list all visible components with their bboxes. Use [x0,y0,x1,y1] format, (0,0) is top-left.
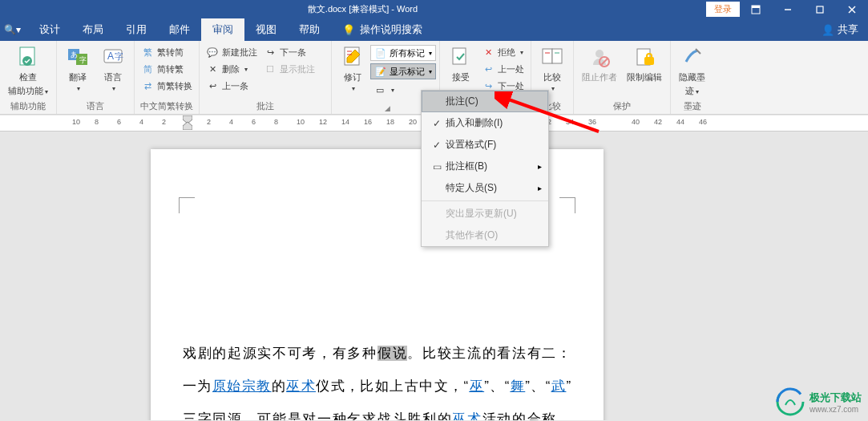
hide-ink-button[interactable]: 隐藏墨 迹▾ [674,43,710,99]
menu-item-comments[interactable]: 批注(C) [422,91,548,112]
group-chinese-conversion: 繁繁转简 简简转繁 ⇄简繁转换 中文简繁转换 [135,41,200,114]
new-comment-icon: 💬 [206,46,219,59]
sc2tc-icon: 繁 [141,46,154,59]
svg-rect-3 [817,6,823,13]
link-wushu1[interactable]: 巫术 [286,378,316,394]
previous-change-button[interactable]: ↩上一处 [478,61,527,77]
delete-comment-button[interactable]: ✕删除▾ [203,61,260,77]
check-icon: ✓ [428,140,446,151]
reject-icon: ✕ [482,46,495,59]
accept-button[interactable]: 接受▾ [443,43,478,94]
check-icon: ✓ [428,118,446,129]
window-title: 散文.docx [兼容模式] - Word [19,3,706,15]
show-markup-icon: 📝 [374,65,387,78]
svg-text:字: 字 [79,56,87,64]
watermark-url: www.xz7.com [809,405,862,414]
group-label-protect: 保护 [577,99,667,114]
svg-text:字: 字 [115,51,123,61]
submenu-arrow-icon: ▸ [538,184,542,192]
balloon-icon: ▭ [428,161,446,172]
paragraph: 戏剧的起源实不可考，有多种假说。比较主流的看法有二：一为原始宗教的巫术仪式，比如… [183,338,571,420]
ribbon-display-options[interactable] [740,0,772,18]
link-wu3[interactable]: 武 [551,378,567,394]
sc-to-tc-button[interactable]: 繁繁转简 [138,44,196,60]
menu-item-formatting[interactable]: ✓设置格式(F) [422,134,548,156]
compare-button[interactable]: 比较▾ [535,43,570,94]
markup-icon: 📄 [374,47,387,59]
svg-text:A: A [107,51,114,62]
quick-access-toolbar: 🔍▾ [0,18,24,41]
next-comment-icon: ↪ [264,46,277,59]
watermark-name: 极光下载站 [809,391,862,405]
tab-help[interactable]: 帮助 [288,18,331,41]
prev-comment-icon: ↩ [206,79,219,92]
menu-item-insertions-deletions[interactable]: ✓插入和删除(I) [422,112,548,134]
group-protect: 阻止作者▾ 限制编辑 保护 [574,41,671,114]
previous-comment-button[interactable]: ↩上一条 [203,78,260,94]
track-changes-button[interactable]: 修订▾ [335,43,370,94]
menu-item-balloons[interactable]: ▭批注框(B)▸ [422,156,548,177]
block-authors-button[interactable]: 阻止作者▾ [577,43,622,94]
restrict-editing-button[interactable]: 限制编辑 [622,43,667,85]
menu-divider [422,200,548,201]
chinese-conversion-button[interactable]: ⇄简繁转换 [138,78,196,94]
group-label-language: 语言 [60,99,131,114]
tell-me[interactable]: 💡 操作说明搜索 [331,18,434,41]
crop-mark-tl [179,197,195,213]
menu-item-highlight-updates: 突出显示更新(U) [422,203,548,225]
svg-rect-19 [543,49,552,63]
minimize-button[interactable] [772,0,804,18]
group-language: あ字 翻译▾ A字 语言▾ 语言 [57,41,135,114]
tab-design[interactable]: 设计 [28,18,71,41]
share-button[interactable]: 👤 共享 [812,18,868,41]
accessibility-icon [15,44,41,70]
tc-to-sc-button[interactable]: 简简转繁 [138,61,196,77]
menu-item-specific-people[interactable]: 特定人员(S)▸ [422,177,548,199]
tab-view[interactable]: 视图 [244,18,288,41]
group-label-ink: 墨迹 [674,99,710,114]
markup-display-combo[interactable]: 📄 所有标记 ▾ [370,45,436,61]
tab-references[interactable]: 引用 [115,18,158,41]
link-yuanshizongjiao[interactable]: 原始宗教 [212,378,272,394]
svg-rect-20 [552,49,562,63]
link-wu2[interactable]: 舞 [510,378,525,394]
language-button[interactable]: A字 语言▾ [95,43,131,94]
tab-mailings[interactable]: 邮件 [158,18,201,41]
watermark-logo: 极光下载站 www.xz7.com [776,387,862,416]
group-comments: 💬新建批注 ✕删除▾ ↩上一条 ↪下一条 ☐显示批注 批注 [200,41,332,114]
crop-mark-tr [559,197,575,213]
login-button[interactable]: 登录 [706,2,740,17]
translate-button[interactable]: あ字 翻译▾ [60,43,95,94]
next-comment-button[interactable]: ↪下一条 [260,44,318,60]
close-button[interactable] [836,0,868,18]
tab-review[interactable]: 审阅 [201,18,244,41]
svg-text:あ: あ [71,51,78,59]
show-markup-button[interactable]: 📝 显示标记 ▾ [370,63,436,79]
indent-marker[interactable] [183,115,192,130]
prev-change-icon: ↩ [482,63,495,75]
show-comments-button: ☐显示批注 [260,61,318,77]
find-icon[interactable]: 🔍▾ [4,24,21,35]
reject-button[interactable]: ✕拒绝▾ [478,44,527,60]
check-accessibility-button[interactable]: 检查 辅助功能▾ [3,43,53,99]
show-comments-icon: ☐ [264,63,277,75]
menu-item-other-authors: 其他作者(O) [422,225,548,246]
maximize-button[interactable] [804,0,836,18]
link-wu1[interactable]: 巫 [469,378,484,394]
share-icon: 👤 [822,24,834,36]
block-authors-icon [587,44,612,70]
svg-rect-1 [752,6,760,8]
tab-layout[interactable]: 布局 [71,18,115,41]
svg-marker-30 [183,122,192,130]
group-ink: 隐藏墨 迹▾ 墨迹 [671,41,713,114]
selected-text: 假说 [377,346,407,361]
tracking-launcher-icon[interactable]: ◢ [385,104,390,112]
new-comment-button[interactable]: 💬新建批注 [203,44,260,60]
conv-icon: ⇄ [141,79,154,92]
reviewing-pane-icon: ▭ [373,83,386,96]
group-label-comments: 批注 [203,99,328,114]
language-icon: A字 [100,44,126,70]
link-wushu2[interactable]: 巫术 [452,411,482,420]
delete-comment-icon: ✕ [206,63,219,75]
group-accessibility: 检查 辅助功能▾ 辅助功能 [0,41,57,114]
